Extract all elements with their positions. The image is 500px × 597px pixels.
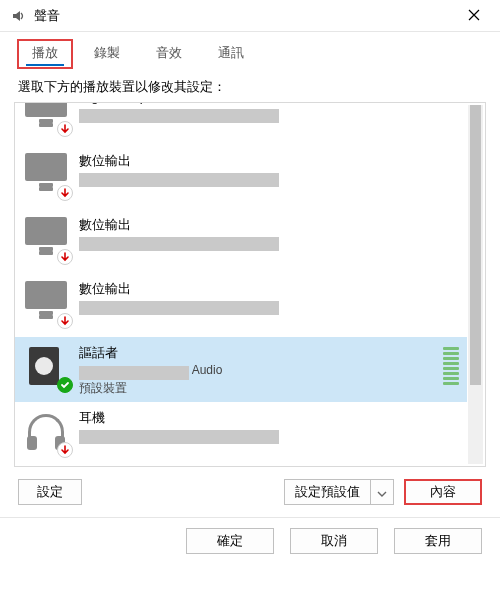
tab-strip: 播放 錄製 音效 通訊: [0, 32, 500, 68]
sound-icon: [10, 8, 26, 24]
device-name: 數位輸出: [79, 217, 459, 233]
redacted-text: [79, 366, 189, 380]
arrow-down-icon: [57, 249, 73, 265]
apply-button[interactable]: 套用: [394, 528, 482, 554]
tab-playback[interactable]: 播放: [18, 40, 72, 68]
dialog-footer: 確定 取消 套用: [0, 517, 500, 566]
device-name: 耳機: [79, 410, 459, 426]
arrow-down-icon: [57, 121, 73, 137]
device-desc: Audio: [79, 361, 435, 380]
tab-effects[interactable]: 音效: [142, 40, 196, 68]
device-icon: [25, 345, 69, 389]
device-name: Digital Output: [79, 103, 459, 105]
set-default-split: 設定預設值: [284, 479, 394, 505]
device-name: 數位輸出: [79, 281, 459, 297]
device-icon: [25, 281, 69, 325]
device-item[interactable]: 數位輸出: [15, 273, 467, 337]
scrollbar-thumb[interactable]: [470, 105, 481, 385]
device-status: 預設裝置: [79, 380, 435, 396]
chevron-down-icon: [377, 485, 387, 500]
instruction-text: 選取下方的播放裝置以修改其設定：: [18, 78, 482, 96]
device-name: 謳話者: [79, 345, 435, 361]
level-meter: [443, 347, 459, 385]
device-icon: [25, 410, 69, 454]
device-item-selected[interactable]: 謳話者 Audio 預設裝置: [15, 337, 467, 402]
redacted-text: [79, 301, 279, 315]
set-default-button[interactable]: 設定預設值: [284, 479, 370, 505]
device-actions-row: 設定 設定預設值 內容: [18, 479, 482, 505]
device-item[interactable]: 數位輸出: [15, 145, 467, 209]
device-item[interactable]: 數位輸出: [15, 209, 467, 273]
redacted-text: [79, 237, 279, 251]
window-title: 聲音: [34, 7, 451, 25]
device-list: Digital Output 數位輸出: [14, 102, 486, 467]
close-icon: [468, 7, 480, 25]
redacted-text: [79, 173, 279, 187]
scrollbar[interactable]: [468, 105, 483, 464]
device-icon: [25, 153, 69, 197]
redacted-text: [79, 109, 279, 123]
device-item[interactable]: Digital Output: [15, 103, 467, 145]
tab-recording[interactable]: 錄製: [80, 40, 134, 68]
cancel-button[interactable]: 取消: [290, 528, 378, 554]
arrow-down-icon: [57, 185, 73, 201]
tab-communications[interactable]: 通訊: [204, 40, 258, 68]
device-name: 數位輸出: [79, 153, 459, 169]
arrow-down-icon: [57, 442, 73, 458]
close-button[interactable]: [451, 1, 496, 31]
redacted-text: [79, 430, 279, 444]
ok-button[interactable]: 確定: [186, 528, 274, 554]
check-icon: [57, 377, 73, 393]
device-icon: [25, 217, 69, 261]
set-default-dropdown[interactable]: [370, 479, 394, 505]
configure-button[interactable]: 設定: [18, 479, 82, 505]
arrow-down-icon: [57, 313, 73, 329]
titlebar: 聲音: [0, 0, 500, 32]
properties-button[interactable]: 內容: [404, 479, 482, 505]
device-icon: [25, 103, 69, 133]
device-item[interactable]: 耳機: [15, 402, 467, 466]
